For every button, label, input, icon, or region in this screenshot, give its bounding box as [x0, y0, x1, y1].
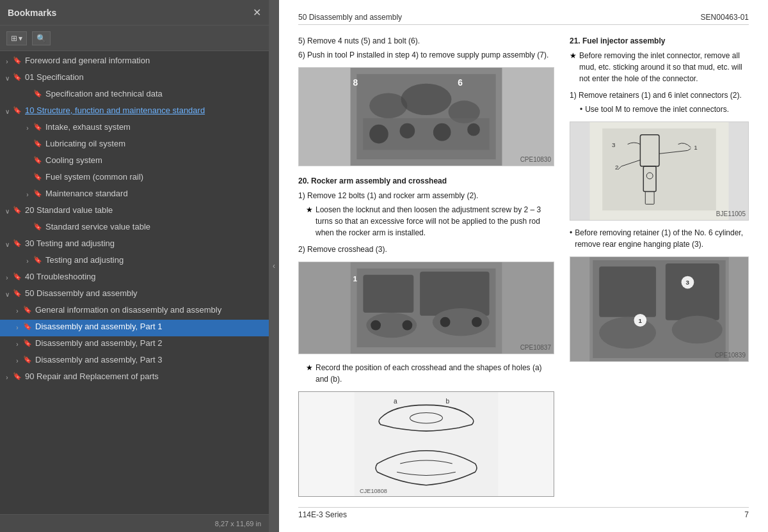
chevron-right-icon: ›: [3, 373, 12, 382]
sidebar-item-label: Intake, exhaust system: [45, 122, 264, 133]
sidebar-item-trouble40[interactable]: › 🔖 40 Troubleshooting: [0, 270, 269, 286]
close-button[interactable]: ✕: [253, 8, 261, 18]
header-section-title: 50 Disassembly and assembly: [298, 13, 402, 22]
series-label: 114E-3 Series: [298, 510, 347, 519]
page-number: 7: [744, 510, 749, 519]
chevron-down-icon: ▾: [19, 34, 22, 43]
chevron-left-icon: ‹: [273, 262, 275, 270]
sidebar-item-general-disassembly[interactable]: › 🔖 General information on disassembly a…: [0, 303, 269, 320]
sidebar-item-disassembly-part3[interactable]: › 🔖 Disassembly and assembly, Part 3: [0, 353, 269, 370]
step-6: 6) Push in tool P installed in step 4) t…: [298, 49, 554, 61]
injector-diagram: 3 1 2 BJE11005: [570, 121, 749, 221]
sidebar-item-label: Disassembly and assembly, Part 1: [35, 322, 264, 332]
bookmark-icon: 🔖: [13, 372, 22, 380]
sidebar-tree: › 🔖 Foreword and general information ∨ 🔖…: [0, 51, 269, 514]
sidebar-item-cooling[interactable]: 🔖 Cooling system: [0, 153, 269, 170]
search-icon: 🔍: [36, 34, 46, 43]
sidebar-item-label: 30 Testing and adjusting: [25, 239, 264, 249]
bookmark-icon: 🔖: [33, 90, 42, 98]
bookmark-icon: 🔖: [33, 223, 42, 231]
sidebar-item-label: 40 Troubleshooting: [25, 272, 264, 283]
chevron-down-icon: ∨: [3, 74, 12, 82]
spacer: [23, 157, 32, 166]
step-20-1: 1) Remove 12 bolts (1) and rocker arm as…: [298, 190, 554, 201]
chevron-right-icon: ›: [23, 190, 32, 199]
svg-rect-23: [355, 392, 498, 496]
sidebar-item-repair90[interactable]: › 🔖 90 Repair and Replacement of parts: [0, 370, 269, 386]
bookmark-icon: 🔖: [13, 272, 22, 281]
bookmark-icon: 🔖: [13, 289, 22, 297]
spacer: [23, 90, 32, 99]
sidebar-item-label: Standard service value table: [45, 222, 264, 233]
step-20-2: 2) Remove crosshead (3).: [298, 244, 554, 255]
sidebar-item-test30[interactable]: ∨ 🔖 30 Testing and adjusting: [0, 237, 269, 253]
sidebar-item-foreword[interactable]: › 🔖 Foreword and general information: [0, 54, 269, 70]
search-bookmarks-button[interactable]: 🔍: [32, 31, 51, 45]
sidebar-item-label: Cooling system: [45, 155, 264, 166]
chevron-down-icon: ∨: [3, 207, 12, 215]
chevron-right-icon: ›: [3, 57, 12, 66]
bookmark-icon: 🔖: [23, 339, 32, 347]
sidebar-item-maintenance[interactable]: › 🔖 Maintenance standard: [0, 187, 269, 203]
sidebar-collapse-handle[interactable]: ‹: [269, 0, 279, 532]
sidebar-item-struct10[interactable]: ∨ 🔖 10 Structure, function and maintenan…: [0, 104, 269, 120]
img1-caption: CPE10830: [520, 155, 551, 164]
sidebar-item-spec01[interactable]: ∨ 🔖 01 Specification: [0, 70, 269, 87]
engine-photo-2: 1 CPE10837: [298, 262, 554, 354]
bookmark-icon: 🔖: [33, 189, 42, 198]
svg-text:a: a: [394, 398, 397, 405]
svg-text:6: 6: [458, 77, 463, 88]
chevron-right-icon: ›: [23, 123, 32, 132]
engine-assembly-photo: 3 1 CPE10839: [570, 256, 749, 362]
star-before-note: ★ Before removing the inlet connector, r…: [570, 50, 749, 84]
svg-point-6: [369, 125, 388, 144]
svg-text:2: 2: [615, 164, 618, 171]
svg-point-8: [433, 123, 451, 141]
chevron-down-icon: ∨: [3, 290, 12, 299]
chevron-right-icon: ›: [13, 323, 22, 332]
main-content: 50 Disassembly and assembly SEN00463-01 …: [279, 0, 768, 532]
spacer: [23, 140, 32, 149]
sidebar-item-spec-data[interactable]: 🔖 Specification and technical data: [0, 87, 269, 104]
sidebar-item-fuel[interactable]: 🔖 Fuel system (common rail): [0, 170, 269, 187]
sidebar-item-disassembly50[interactable]: ∨ 🔖 50 Disassembly and assembly: [0, 286, 269, 303]
svg-point-42: [672, 316, 723, 343]
sidebar-item-label: 10 Structure, function and maintenance s…: [25, 106, 264, 116]
sidebar-header: Bookmarks ✕: [0, 0, 269, 26]
sub-step-1: • Use tool M to remove the inlet connect…: [570, 104, 749, 115]
sidebar-item-std-service[interactable]: 🔖 Standard service value table: [0, 220, 269, 237]
sidebar-item-label: Foreword and general information: [25, 56, 264, 66]
page-header: 50 Disassembly and assembly SEN00463-01: [298, 13, 749, 25]
sidebar-item-std20[interactable]: ∨ 🔖 20 Standard value table: [0, 203, 269, 220]
sidebar-item-label: 50 Disassembly and assembly: [25, 288, 264, 299]
svg-text:CJE10808: CJE10808: [360, 488, 387, 494]
svg-point-18: [371, 320, 381, 331]
page-size-info: 8,27 x 11,69 in: [215, 520, 261, 528]
chevron-right-icon: ›: [3, 273, 12, 282]
chevron-right-icon: ›: [13, 356, 22, 365]
view-options-button[interactable]: ⊞ ▾: [6, 31, 27, 45]
crosshead-diagram: a b CJE10808: [298, 391, 554, 497]
svg-text:1: 1: [638, 317, 642, 324]
sidebar: Bookmarks ✕ ⊞ ▾ 🔍 › 🔖 Foreword and gener…: [0, 0, 269, 532]
header-doc-id: SEN00463-01: [701, 13, 749, 22]
bookmark-icon: 🔖: [13, 56, 22, 65]
sidebar-item-label: Fuel system (common rail): [45, 172, 264, 183]
sidebar-item-lubricating[interactable]: 🔖 Lubricating oil system: [0, 137, 269, 153]
sidebar-item-disassembly-part1[interactable]: › 🔖 Disassembly and assembly, Part 1: [0, 320, 269, 336]
sidebar-toolbar: ⊞ ▾ 🔍: [0, 26, 269, 51]
svg-rect-40: [666, 263, 719, 320]
bookmark-icon: 🔖: [33, 156, 42, 164]
star-note-1: ★ Loosen the locknut and then loosen the…: [298, 204, 554, 239]
bookmark-icon: 🔖: [33, 173, 42, 181]
svg-text:8: 8: [353, 77, 358, 88]
left-column: 5) Remove 4 nuts (5) and 1 bolt (6). 6) …: [298, 35, 554, 497]
sidebar-item-intake[interactable]: › 🔖 Intake, exhaust system: [0, 120, 269, 137]
sidebar-item-testing[interactable]: › 🔖 Testing and adjusting: [0, 253, 269, 270]
sidebar-item-disassembly-part2[interactable]: › 🔖 Disassembly and assembly, Part 2: [0, 336, 269, 353]
img4-caption: CPE10839: [715, 350, 746, 360]
bookmark-icon: 🔖: [13, 106, 22, 114]
sidebar-item-label: General information on disassembly and a…: [35, 305, 264, 316]
spacer: [23, 173, 32, 182]
svg-point-21: [472, 317, 482, 327]
